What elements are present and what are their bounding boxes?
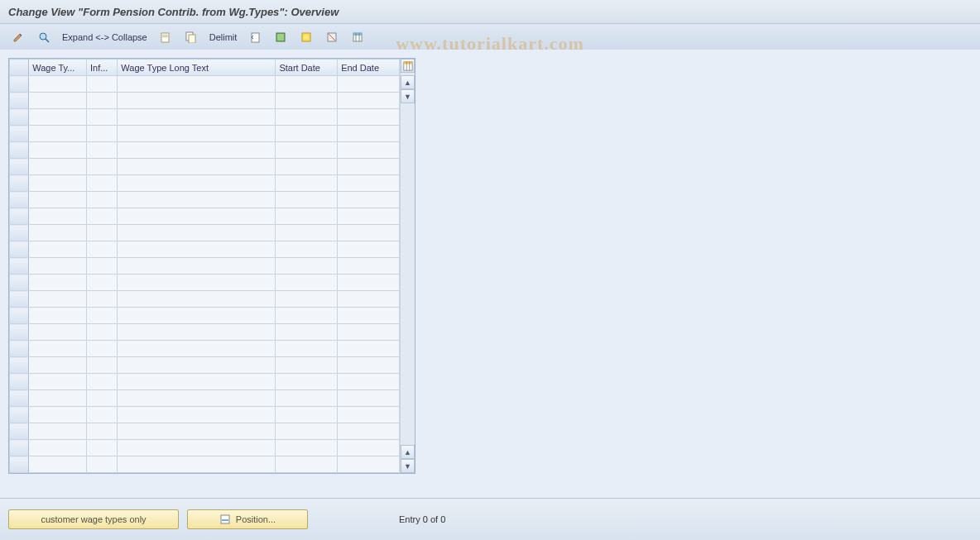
cell-long-text[interactable] [118,291,276,308]
cell-start-date[interactable] [276,407,338,423]
cell-end-date[interactable] [338,407,400,423]
cell-long-text[interactable] [118,126,276,142]
cell-end-date[interactable] [338,341,400,357]
cell-start-date[interactable] [276,275,338,291]
cell-wage-type[interactable] [29,241,87,258]
cell-start-date[interactable] [276,291,338,308]
row-selector[interactable] [10,225,29,241]
cell-wage-type[interactable] [29,308,87,324]
cell-long-text[interactable] [118,341,276,357]
table-row[interactable] [10,208,400,225]
row-selector[interactable] [10,374,29,390]
cell-long-text[interactable] [118,308,276,324]
row-selector[interactable] [10,126,29,142]
cell-start-date[interactable] [276,456,338,473]
row-selector[interactable] [10,93,29,109]
cell-wage-type[interactable] [29,407,87,423]
table-row[interactable] [10,159,400,175]
cell-infotype[interactable] [86,291,117,308]
cell-start-date[interactable] [276,208,338,225]
cell-wage-type[interactable] [29,374,87,390]
cell-wage-type[interactable] [29,341,87,357]
cell-infotype[interactable] [86,76,117,93]
table-row[interactable] [10,440,400,456]
cell-wage-type[interactable] [29,142,87,159]
row-selector[interactable] [10,407,29,423]
cell-long-text[interactable] [118,93,276,109]
cell-infotype[interactable] [86,440,117,456]
cell-start-date[interactable] [276,258,338,275]
cell-wage-type[interactable] [29,175,87,192]
cell-infotype[interactable] [86,456,117,473]
cell-end-date[interactable] [338,159,400,175]
cell-start-date[interactable] [276,192,338,208]
cell-infotype[interactable] [86,275,117,291]
cell-wage-type[interactable] [29,109,87,126]
cell-infotype[interactable] [86,126,117,142]
table-row[interactable] [10,109,400,126]
cell-long-text[interactable] [118,440,276,456]
select-block-icon[interactable] [295,28,318,46]
cell-long-text[interactable] [118,374,276,390]
row-selector[interactable] [10,241,29,258]
cell-long-text[interactable] [118,142,276,159]
cell-infotype[interactable] [86,374,117,390]
cell-long-text[interactable] [118,407,276,423]
cell-wage-type[interactable] [29,126,87,142]
cell-wage-type[interactable] [29,225,87,241]
delimit-button[interactable]: Delimit [205,28,242,46]
cell-wage-type[interactable] [29,258,87,275]
cell-infotype[interactable] [86,225,117,241]
row-selector[interactable] [10,258,29,275]
col-header-start-date[interactable]: Start Date [276,60,338,76]
table-row[interactable] [10,192,400,208]
cell-long-text[interactable] [118,175,276,192]
cell-long-text[interactable] [118,275,276,291]
row-selector[interactable] [10,291,29,308]
row-selector[interactable] [10,440,29,456]
row-selector[interactable] [10,76,29,93]
row-selector[interactable] [10,208,29,225]
customer-wage-types-button[interactable]: customer wage types only [8,509,179,529]
cell-start-date[interactable] [276,142,338,159]
cell-long-text[interactable] [118,208,276,225]
cell-start-date[interactable] [276,126,338,142]
cell-end-date[interactable] [338,126,400,142]
cell-start-date[interactable] [276,374,338,390]
col-header-end-date[interactable]: End Date [338,60,400,76]
table-row[interactable] [10,308,400,324]
table-row[interactable] [10,374,400,390]
table-row[interactable] [10,324,400,341]
cell-infotype[interactable] [86,159,117,175]
row-selector[interactable] [10,357,29,374]
row-selector[interactable] [10,192,29,208]
cell-start-date[interactable] [276,324,338,341]
cell-long-text[interactable] [118,192,276,208]
cell-end-date[interactable] [338,308,400,324]
cell-wage-type[interactable] [29,291,87,308]
cell-wage-type[interactable] [29,390,87,407]
cell-wage-type[interactable] [29,208,87,225]
cell-start-date[interactable] [276,225,338,241]
deselect-all-icon[interactable] [320,28,343,46]
cell-infotype[interactable] [86,208,117,225]
cell-start-date[interactable] [276,357,338,374]
cell-long-text[interactable] [118,390,276,407]
cell-start-date[interactable] [276,93,338,109]
col-header-long-text[interactable]: Wage Type Long Text [118,60,276,76]
cell-long-text[interactable] [118,324,276,341]
cell-end-date[interactable] [338,258,400,275]
cell-wage-type[interactable] [29,192,87,208]
cell-infotype[interactable] [86,423,117,440]
cell-infotype[interactable] [86,175,117,192]
table-row[interactable] [10,225,400,241]
wage-type-table[interactable]: Wage Ty... Inf... Wage Type Long Text St… [9,59,400,473]
row-selector[interactable] [10,159,29,175]
cell-long-text[interactable] [118,241,276,258]
row-selector[interactable] [10,423,29,440]
cell-wage-type[interactable] [29,159,87,175]
col-header-infotype[interactable]: Inf... [86,60,117,76]
cell-end-date[interactable] [338,76,400,93]
cell-long-text[interactable] [118,159,276,175]
cell-end-date[interactable] [338,390,400,407]
